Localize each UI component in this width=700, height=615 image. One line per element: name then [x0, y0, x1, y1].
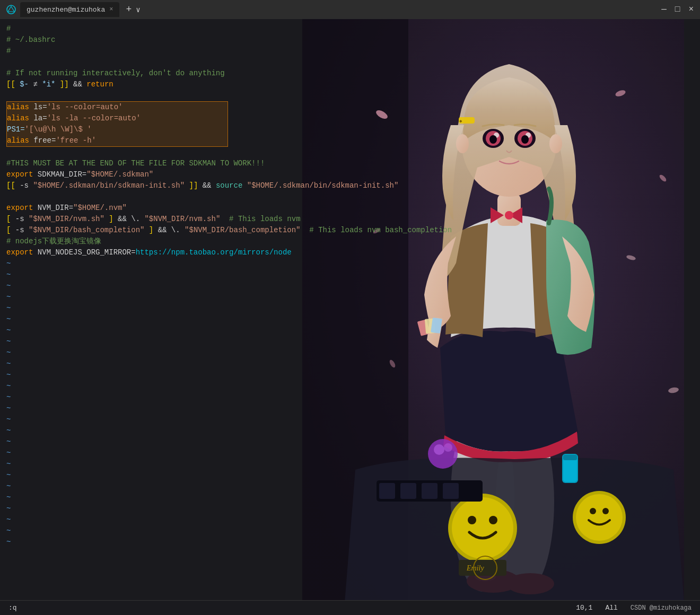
- tilde-4: ~: [6, 292, 694, 303]
- tilde-9: ~: [6, 347, 694, 358]
- titlebar: guzhenzhen@mizuhoka × + ∨ — □ ×: [0, 0, 700, 19]
- code-line-sdkman-comment: #THIS MUST BE AT THE END OF THE FILE FOR…: [6, 158, 694, 169]
- selected-code-block: alias ls='ls --color=auto' alias la='ls …: [6, 101, 228, 147]
- code-line-sdkman-source: [[ -s "$HOME/.sdkman/bin/sdkman-init.sh"…: [6, 180, 694, 191]
- code-line-blank3: [6, 147, 694, 158]
- tilde-3: ~: [6, 280, 694, 292]
- window-controls: — □ ×: [661, 5, 694, 14]
- tab-close-button[interactable]: ×: [109, 6, 113, 13]
- tilde-1: ~: [6, 258, 694, 269]
- code-line-taobao-comment: # nodejs下载更换淘宝镜像: [6, 236, 694, 247]
- code-line-alias-free: alias free='free -h': [7, 135, 228, 146]
- tilde-14: ~: [6, 403, 694, 414]
- tilde-2: ~: [6, 269, 694, 280]
- tilde-15: ~: [6, 414, 694, 425]
- svg-marker-1: [8, 6, 14, 12]
- tilde-20: ~: [6, 470, 694, 481]
- code-line-blank2: [6, 90, 694, 101]
- tilde-17: ~: [6, 436, 694, 447]
- vim-command: :q: [8, 604, 17, 612]
- code-line-nvm-export: export NVM_DIR="$HOME/.nvm": [6, 203, 694, 214]
- minimize-button[interactable]: —: [661, 5, 667, 14]
- scroll-position: All: [605, 604, 617, 612]
- code-line-blank4: [6, 191, 694, 203]
- tilde-10: ~: [6, 358, 694, 370]
- tilde-21: ~: [6, 481, 694, 492]
- tilde-23: ~: [6, 503, 694, 514]
- tilde-25: ~: [6, 525, 694, 537]
- code-line-conditional: [[ $- ≠ *i* ]] && return: [6, 79, 694, 90]
- tilde-19: ~: [6, 459, 694, 470]
- tab-label: guzhenzhen@mizuhoka: [27, 6, 105, 14]
- tilde-22: ~: [6, 492, 694, 503]
- tilde-6: ~: [6, 314, 694, 325]
- statusbar-right: 10,1 All CSDN @mizuhokaga: [576, 604, 692, 612]
- tilde-12: ~: [6, 381, 694, 392]
- code-line-hash1: #: [6, 23, 694, 34]
- code-line-comment-if: # If not running interactively, don't do…: [6, 68, 694, 79]
- close-button[interactable]: ×: [688, 5, 694, 14]
- code-line-ps1: PS1='[\u@\h \W]\$ ': [7, 124, 228, 135]
- cursor-position: 10,1: [576, 604, 592, 612]
- code-line-bashrc: # ~/.bashrc: [6, 34, 694, 46]
- tilde-13: ~: [6, 392, 694, 403]
- tilde-26: ~: [6, 537, 694, 548]
- tilde-5: ~: [6, 303, 694, 314]
- credit-text: CSDN @mizuhokaga: [631, 604, 692, 612]
- maximize-button[interactable]: □: [675, 5, 680, 14]
- tilde-11: ~: [6, 370, 694, 381]
- terminal-text: # # ~/.bashrc # # If not running interac…: [0, 19, 700, 552]
- code-line-sdkman-export: export SDKMAN_DIR="$HOME/.sdkman": [6, 169, 694, 180]
- code-line-nvm-load: [ -s "$NVM_DIR/nvm.sh" ] && \. "$NVM_DIR…: [6, 214, 694, 225]
- tilde-7: ~: [6, 325, 694, 336]
- new-tab-button[interactable]: +: [126, 4, 132, 15]
- code-line-mirror-export: export NVM_NODEJS_ORG_MIRROR=https://npm…: [6, 247, 694, 258]
- code-line-nvm-completion: [ -s "$NVM_DIR/bash_completion" ] && \. …: [6, 225, 694, 236]
- app-icon: [6, 5, 16, 14]
- terminal-tab[interactable]: guzhenzhen@mizuhoka ×: [20, 2, 119, 17]
- tilde-18: ~: [6, 447, 694, 459]
- code-line-blank1: [6, 57, 694, 68]
- code-line-hash3: #: [6, 46, 694, 57]
- tilde-8: ~: [6, 336, 694, 347]
- tab-chevron-button[interactable]: ∨: [136, 5, 140, 14]
- statusbar: :q 10,1 All CSDN @mizuhokaga: [0, 600, 700, 615]
- code-line-alias-ls: alias ls='ls --color=auto': [7, 102, 228, 113]
- svg-text:Emily: Emily: [466, 564, 484, 572]
- terminal-window: ◆ Emily: [0, 19, 700, 615]
- code-line-alias-la: alias la='ls -la --color=auto': [7, 113, 228, 124]
- tilde-24: ~: [6, 514, 694, 525]
- tilde-16: ~: [6, 425, 694, 436]
